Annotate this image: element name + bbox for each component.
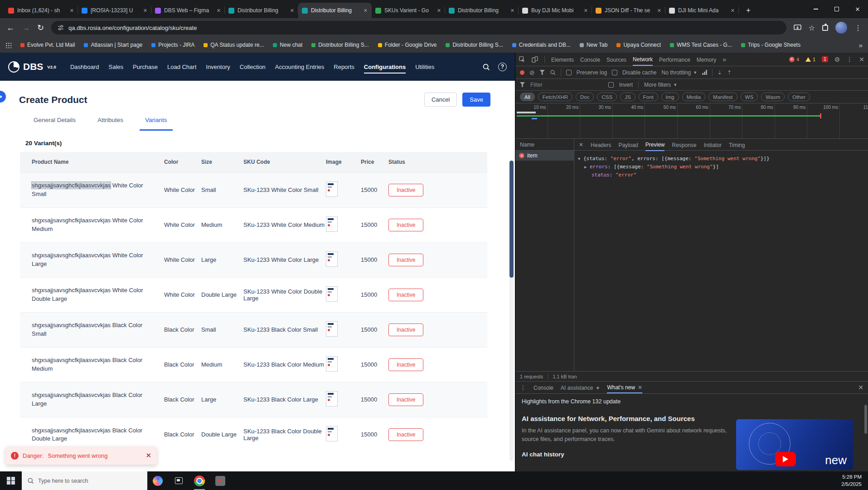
bookmark-item[interactable]: New Tab [580, 42, 607, 48]
bookmark-star-icon[interactable]: ☆ [809, 24, 815, 32]
drawer-tab-whats-new[interactable]: What's new✕ [607, 382, 642, 393]
filter-chip-media[interactable]: Media [682, 93, 705, 101]
filter-chip-manifest[interactable]: Manifest [708, 93, 737, 101]
device-toolbar-icon[interactable] [532, 56, 538, 63]
bookmark-item[interactable]: QA Status update re... [204, 42, 264, 48]
whats-new-video-thumbnail[interactable]: new [736, 419, 853, 470]
extensions-puzzle-icon[interactable] [822, 25, 828, 31]
bookmark-item[interactable]: Atlassian | Start page [84, 42, 142, 48]
address-bar[interactable]: qa.dbs.rosia.one/configuration/catalog/s… [51, 21, 786, 34]
devtools-kebab-icon[interactable]: ⋮ [846, 56, 853, 63]
devtools-tab-performance[interactable]: Performance [659, 54, 690, 65]
bookmark-item[interactable]: Trips - Google Sheets [741, 42, 800, 48]
throttling-dropdown[interactable]: No throttling▼ [661, 69, 697, 76]
detail-tab-initiator[interactable]: Initiator [704, 139, 722, 151]
taskbar-clock[interactable]: 5:28 PM 2/5/2025 [841, 471, 868, 490]
devtools-close-icon[interactable]: ✕ [859, 56, 864, 63]
network-conditions-icon[interactable] [702, 70, 707, 75]
apps-grid-icon[interactable] [5, 42, 11, 48]
nav-item-utilities[interactable]: Utilities [415, 60, 434, 74]
error-count-badge[interactable]: ✕4 [789, 57, 799, 62]
detail-tab-preview[interactable]: Preview [645, 138, 665, 151]
nav-item-reports[interactable]: Reports [334, 60, 354, 74]
json-root-line[interactable]: ▼{status: "error", errors: [{message: "S… [578, 155, 864, 163]
devtools-tab-sources[interactable]: Sources [606, 54, 626, 65]
detail-tab-timing[interactable]: Timing [729, 139, 745, 151]
help-icon[interactable]: ? [498, 63, 507, 71]
status-inactive-button[interactable]: Inactive [388, 254, 423, 266]
product-image-thumbnail[interactable] [326, 251, 338, 267]
drawer-tab-close-icon[interactable]: ✕ [638, 384, 642, 391]
collapsed-caret-icon[interactable]: ▶ [584, 163, 590, 171]
site-settings-tune-icon[interactable] [58, 24, 64, 31]
network-overview-timeline[interactable]: 10 ms 20 ms 30 ms 40 ms 50 ms 60 ms 70 m… [515, 103, 868, 139]
browser-tab[interactable]: DJI Mic Mini Ada✕ [665, 3, 739, 18]
status-inactive-button[interactable]: Inactive [388, 428, 423, 441]
requests-name-header[interactable]: Name [515, 139, 574, 151]
devtools-tab-network[interactable]: Network [633, 53, 653, 66]
chrome-taskbar-icon[interactable] [189, 471, 210, 490]
nav-item-collection[interactable]: Collection [240, 60, 266, 74]
record-icon[interactable] [520, 70, 524, 75]
invert-checkbox[interactable] [608, 82, 614, 88]
nav-item-purchase[interactable]: Purchase [133, 60, 158, 74]
tab-close-icon[interactable]: ✕ [730, 8, 735, 14]
tab-close-icon[interactable]: ✕ [143, 8, 148, 14]
browser-menu-kebab-icon[interactable]: ⋮ [854, 24, 862, 32]
copilot-taskbar-icon[interactable] [147, 471, 168, 490]
tab-close-icon[interactable]: ✕ [290, 8, 295, 14]
forward-icon[interactable]: → [22, 24, 30, 32]
request-row-item[interactable]: ✕ item [515, 151, 574, 161]
status-inactive-button[interactable]: Inactive [388, 393, 423, 406]
drawer-close-icon[interactable]: ✕ [858, 384, 863, 391]
preserve-log-checkbox[interactable] [566, 70, 572, 75]
app-scrollbar[interactable] [509, 160, 514, 461]
toast-close-icon[interactable]: ✕ [145, 451, 151, 460]
browser-tab[interactable]: [ROSIA-13233] U✕ [78, 3, 151, 18]
save-button[interactable]: Save [462, 93, 490, 107]
detail-tab-headers[interactable]: Headers [591, 139, 611, 151]
drawer-tab-console[interactable]: Console [533, 382, 553, 393]
bookmarks-overflow-icon[interactable]: » [859, 41, 863, 49]
browser-tab[interactable]: SKUs Varient - Go✕ [372, 3, 445, 18]
tab-close-icon[interactable]: ✕ [510, 8, 515, 14]
tab-close-icon[interactable]: ✕ [583, 8, 588, 14]
highlights-title[interactable]: Highlights from the Chrome 132 update [522, 398, 862, 405]
settings-gear-icon[interactable]: ⚙ [834, 56, 840, 63]
tab-close-icon[interactable]: ✕ [69, 8, 74, 14]
issues-count-badge[interactable]: 1 [822, 56, 828, 62]
filter-funnel-icon[interactable] [540, 70, 545, 75]
maximize-button[interactable] [826, 0, 847, 18]
close-request-details-icon[interactable]: ✕ [579, 142, 583, 148]
json-status-line[interactable]: status: "error" [578, 171, 864, 179]
back-icon[interactable]: ← [6, 24, 15, 32]
detail-tab-response[interactable]: Response [672, 139, 696, 151]
product-image-thumbnail[interactable] [326, 321, 338, 337]
nav-item-sales[interactable]: Sales [109, 60, 124, 74]
taskbar-search-input[interactable] [38, 478, 129, 484]
product-image-thumbnail[interactable] [326, 286, 338, 302]
bookmark-item[interactable]: New chat [273, 42, 302, 48]
youtube-play-icon[interactable] [775, 452, 796, 466]
filter-chip-img[interactable]: Img [661, 93, 679, 101]
clear-network-log-icon[interactable]: ⊘ [529, 69, 535, 76]
filter-chip-ws[interactable]: WS [741, 93, 758, 101]
filter-chip-font[interactable]: Font [639, 93, 658, 101]
browser-tab[interactable]: Distributor Billing✕ [225, 3, 298, 18]
nav-item-dashboard[interactable]: Dashboard [70, 60, 99, 74]
cancel-button[interactable]: Cancel [424, 93, 457, 107]
status-inactive-button[interactable]: Inactive [388, 358, 423, 371]
nav-item-load-chart[interactable]: Load Chart [167, 60, 196, 74]
reload-icon[interactable]: ↻ [37, 24, 44, 32]
status-inactive-button[interactable]: Inactive [388, 219, 423, 231]
image-editor-taskbar-icon[interactable] [210, 471, 231, 490]
status-inactive-button[interactable]: Inactive [388, 289, 423, 301]
bookmark-item[interactable]: Credentials and DB... [512, 42, 571, 48]
bookmark-item[interactable]: Evolve Pvt. Ltd Mail [20, 42, 75, 48]
nav-item-configurations[interactable]: Configurations [364, 60, 406, 74]
drawer-tab-ai-assistance[interactable]: AI assistance [561, 382, 600, 393]
status-inactive-button[interactable]: Inactive [388, 323, 423, 336]
taskbar-search[interactable] [22, 471, 147, 490]
filter-chip-css[interactable]: CSS [597, 93, 617, 101]
product-image-thumbnail[interactable] [326, 181, 338, 197]
